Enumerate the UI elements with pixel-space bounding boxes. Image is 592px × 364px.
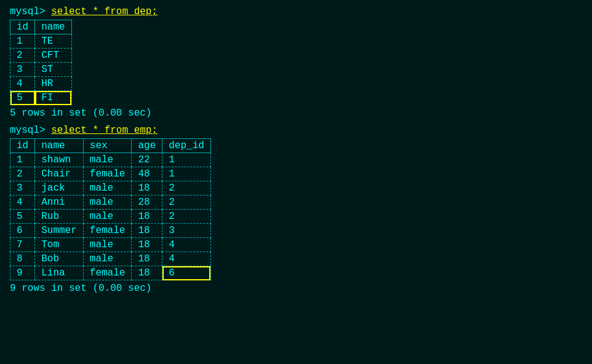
emp-cell-age-6: 18 [132,224,162,238]
emp-cell-id-3: 3 [10,181,35,196]
emp-cell-name-6: Summer [35,224,84,238]
emp-cell-id-5: 5 [10,210,35,224]
emp-row-6: 6 Summer female 18 3 [10,224,211,238]
dep-row-3: 3 ST [10,63,72,77]
emp-cell-depid-9: 6 [162,266,211,280]
emp-cell-id-6: 6 [10,224,35,238]
emp-cell-age-8: 18 [132,252,162,266]
dep-cell-id-3: 3 [10,63,35,77]
dep-row-5: 5 FI [10,91,72,105]
emp-header-age: age [132,139,162,153]
dep-cell-id-5: 5 [10,91,35,105]
emp-cell-id-4: 4 [10,196,35,210]
emp-cell-sex-9: female [83,266,132,280]
emp-row-5: 5 Rub male 18 2 [10,210,211,224]
emp-header-sex: sex [83,139,132,153]
emp-cell-depid-4: 2 [162,196,211,210]
query1-section: mysql> select * from dep; id name 1 TE 2… [10,6,582,119]
dep-cell-id-1: 1 [10,34,35,49]
dep-cell-name-5: FI [35,91,71,105]
emp-row-1: 1 shawn male 22 1 [10,153,211,167]
emp-cell-depid-8: 4 [162,252,211,266]
dep-row-4: 4 HR [10,77,72,91]
emp-cell-age-9: 18 [132,266,162,280]
emp-cell-sex-5: male [83,210,132,224]
dep-cell-id-4: 4 [10,77,35,91]
emp-row-9: 9 Lina female 18 6 [10,266,211,280]
emp-cell-name-2: Chair [35,167,84,181]
prompt1-ps: mysql> [10,6,46,17]
emp-cell-depid-5: 2 [162,210,211,224]
emp-cell-sex-1: male [83,153,132,167]
emp-cell-age-2: 48 [132,167,162,181]
emp-cell-age-5: 18 [132,210,162,224]
emp-row-3: 3 jack male 18 2 [10,181,211,196]
emp-cell-id-8: 8 [10,252,35,266]
emp-header-name: name [35,139,84,153]
emp-cell-depid-3: 2 [162,181,211,196]
emp-row-7: 7 Tom male 18 4 [10,238,211,252]
emp-cell-depid-1: 1 [162,153,211,167]
emp-cell-depid-2: 1 [162,167,211,181]
emp-cell-sex-7: male [83,238,132,252]
emp-cell-name-8: Bob [35,252,84,266]
emp-table-header: id name sex age dep_id [10,139,211,153]
emp-cell-depid-7: 4 [162,238,211,252]
emp-cell-name-5: Rub [35,210,84,224]
emp-cell-age-7: 18 [132,238,162,252]
emp-cell-depid-6: 3 [162,224,211,238]
emp-row-4: 4 Anni male 28 2 [10,196,211,210]
dep-header-id: id [10,20,35,34]
emp-cell-sex-8: male [83,252,132,266]
emp-row-2: 2 Chair female 48 1 [10,167,211,181]
emp-header-id: id [10,139,35,153]
prompt2-cmd: select * from emp; [51,125,158,136]
emp-cell-id-9: 9 [10,266,35,280]
emp-cell-sex-6: female [83,224,132,238]
prompt2-ps: mysql> [10,125,46,136]
dep-cell-id-2: 2 [10,49,35,63]
emp-cell-name-7: Tom [35,238,84,252]
emp-cell-age-4: 28 [132,196,162,210]
dep-cell-name-3: ST [35,63,71,77]
emp-cell-age-3: 18 [132,181,162,196]
dep-header-name: name [35,20,71,34]
emp-cell-id-7: 7 [10,238,35,252]
emp-cell-name-9: Lina [35,266,84,280]
emp-cell-id-2: 2 [10,167,35,181]
dep-cell-name-2: CFT [35,49,71,63]
emp-cell-sex-3: male [83,181,132,196]
emp-cell-name-1: shawn [35,153,84,167]
emp-cell-sex-2: female [83,167,132,181]
dep-table: id name 1 TE 2 CFT 3 ST 4 HR 5 FI [10,20,72,105]
dep-result-info: 5 rows in set (0.00 sec) [10,108,582,119]
dep-cell-name-1: TE [35,34,71,49]
dep-row-2: 2 CFT [10,49,72,63]
emp-cell-name-3: jack [35,181,84,196]
emp-cell-age-1: 22 [132,153,162,167]
dep-cell-name-4: HR [35,77,71,91]
query2-section: mysql> select * from emp; id name sex ag… [10,125,582,294]
emp-header-depid: dep_id [162,139,211,153]
prompt1: mysql> select * from dep; [10,6,582,17]
emp-result-info: 9 rows in set (0.00 sec) [10,283,582,294]
emp-table: id name sex age dep_id 1 shawn male 22 1… [10,138,211,280]
emp-cell-name-4: Anni [35,196,84,210]
prompt2: mysql> select * from emp; [10,125,582,136]
prompt1-cmd: select * from dep; [51,6,158,17]
dep-row-1: 1 TE [10,34,72,49]
dep-table-border-top: id name [10,20,72,34]
emp-row-8: 8 Bob male 18 4 [10,252,211,266]
emp-cell-sex-4: male [83,196,132,210]
emp-cell-id-1: 1 [10,153,35,167]
